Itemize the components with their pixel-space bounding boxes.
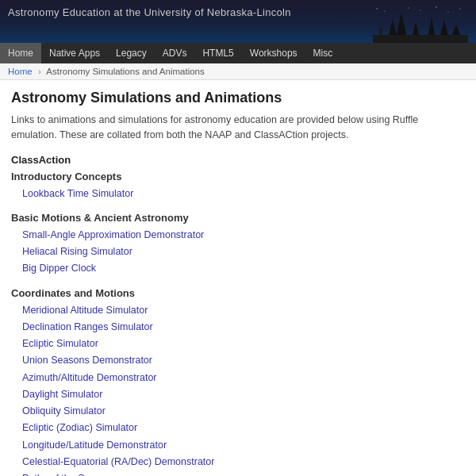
nav-item-html5[interactable]: HTML5 [194,43,241,63]
svg-marker-3 [413,22,419,35]
header-decoration [373,5,468,43]
page-description: Links to animations and simulations for … [11,113,424,143]
svg-point-13 [420,10,421,11]
sim-link[interactable]: Daylight Simulator [11,386,465,403]
svg-marker-5 [440,21,448,35]
svg-point-11 [385,11,386,12]
nav-item-home[interactable]: Home [0,43,41,63]
svg-point-16 [459,8,460,9]
svg-point-7 [379,29,382,32]
category-block: Basic Motions & Ancient AstronomySmall-A… [11,212,465,278]
category-block: Coordinates and MotionsMeridional Altitu… [11,287,465,477]
category-name: Coordinates and Motions [11,287,465,299]
svg-point-14 [436,6,436,7]
page-title: Astronomy Simulations and Animations [11,90,465,106]
category-name: Introductory Concepts [11,171,465,182]
svg-marker-1 [389,19,397,35]
site-header: Astronomy Education at the University of… [0,0,476,43]
nav-item-legacy[interactable]: Legacy [108,43,155,63]
svg-point-12 [408,7,409,8]
sim-link[interactable]: Lookback Time Simulator [11,186,465,202]
main-content: Astronomy Simulations and Animations Lin… [0,80,476,476]
nav-item-workshops[interactable]: Workshops [242,43,305,63]
sim-link[interactable]: Declination Ranges Simulator [11,319,465,336]
category-name: Basic Motions & Ancient Astronomy [11,212,465,224]
sim-link[interactable]: Union Seasons Demonstrator [11,352,465,369]
breadcrumb-separator: › [38,67,41,76]
sim-link[interactable]: Ecliptic Simulator [11,336,465,352]
svg-rect-0 [373,35,468,43]
nav-item-advs[interactable]: ADVs [155,43,195,63]
sim-link[interactable]: Obliquity Simulator [11,403,465,420]
breadcrumb: Home › Astronomy Simulations and Animati… [0,63,476,80]
sim-link[interactable]: Azimuth/Altitude Demonstrator [11,370,465,386]
svg-point-10 [376,8,377,9]
sim-link[interactable]: Heliacal Rising Simulator [11,244,465,260]
svg-point-15 [448,12,449,13]
sim-link[interactable]: Meridional Altitude Simulator [11,302,465,319]
breadcrumb-current: Astronomy Simulations and Animations [46,67,204,76]
section-classaction-label: ClassAction [11,154,465,166]
sim-link[interactable]: Longitude/Latitude Demonstrator [11,437,465,454]
breadcrumb-home-link[interactable]: Home [8,67,33,76]
nav-item-misc[interactable]: Misc [305,43,341,63]
sim-link[interactable]: Paths of the Sun [11,470,465,476]
sim-link[interactable]: Big Dipper Clock [11,260,465,277]
svg-marker-2 [397,13,406,35]
sim-link[interactable]: Celestial-Equatorial (RA/Dec) Demonstrat… [11,454,465,470]
nav-bar: Home Native Apps Legacy ADVs HTML5 Works… [0,43,476,63]
nav-item-native-apps[interactable]: Native Apps [41,43,108,63]
sim-link[interactable]: Ecliptic (Zodiac) Simulator [11,420,465,436]
categories-container: Introductory ConceptsLookback Time Simul… [11,171,465,477]
svg-marker-6 [452,25,460,35]
sim-link[interactable]: Small-Angle Approximation Demonstrator [11,227,465,244]
svg-marker-4 [428,17,435,35]
category-block: Introductory ConceptsLookback Time Simul… [11,171,465,202]
